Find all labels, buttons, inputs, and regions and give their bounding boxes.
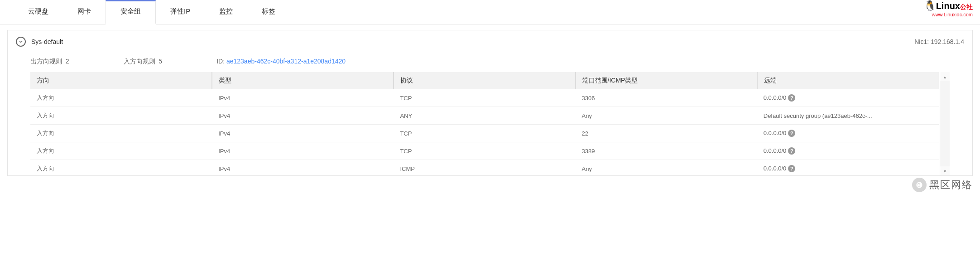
table-scrollbar[interactable]: ▴ ▾ [940, 72, 950, 175]
col-port-range: 端口范围/ICMP类型 [576, 72, 757, 89]
table-row: 入方向IPv4TCP33890.0.0.0/0? [30, 142, 939, 160]
panel-header: Sys-default Nic1: 192.168.1.4 [8, 30, 972, 53]
col-remote: 远端 [757, 72, 939, 89]
top-brand-logo: 🐧Linux公社 [924, 0, 973, 12]
panel-title: Sys-default [31, 38, 63, 45]
rules-table: 方向 类型 协议 端口范围/ICMP类型 远端 入方向IPv4TCP33060.… [30, 72, 939, 175]
top-brand-url: www.Linuxidc.com [932, 12, 973, 17]
tab-nic[interactable]: 网卡 [63, 0, 106, 24]
scroll-down-icon[interactable]: ▾ [940, 166, 950, 175]
group-id-link[interactable]: ae123aeb-462c-40bf-a312-a1e208ad1420 [226, 58, 346, 65]
col-type: 类型 [212, 72, 394, 89]
security-group-panel: Sys-default Nic1: 192.168.1.4 出方向规则 2 入方… [7, 30, 973, 176]
scroll-up-icon[interactable]: ▴ [940, 72, 950, 81]
table-row: 入方向IPv4ICMPAny0.0.0.0/0? [30, 160, 939, 176]
table-row: 入方向IPv4TCP33060.0.0.0/0? [30, 89, 939, 107]
globe-icon [912, 178, 927, 192]
table-row: 入方向IPv4TCP220.0.0.0/0? [30, 125, 939, 142]
nic-info: Nic1: 192.168.1.4 [914, 38, 964, 45]
tab-cloud-disk[interactable]: 云硬盘 [14, 0, 63, 24]
help-icon[interactable]: ? [788, 165, 795, 172]
main-tabs: 云硬盘 网卡 安全组 弹性IP 监控 标签 [0, 0, 980, 24]
table-row: 入方向IPv4ANYAnyDefault security group (ae1… [30, 107, 939, 125]
col-protocol: 协议 [394, 72, 575, 89]
tab-eip[interactable]: 弹性IP [156, 0, 205, 24]
help-icon[interactable]: ? [788, 147, 795, 155]
rules-summary: 出方向规则 2 入方向规则 5 ID: ae123aeb-462c-40bf-a… [8, 53, 972, 72]
tab-monitor[interactable]: 监控 [205, 0, 247, 24]
col-direction: 方向 [30, 72, 212, 89]
help-icon[interactable]: ? [788, 94, 795, 102]
tab-tags[interactable]: 标签 [247, 0, 290, 24]
help-icon[interactable]: ? [788, 130, 795, 137]
table-header-row: 方向 类型 协议 端口范围/ICMP类型 远端 [30, 72, 939, 89]
tab-security-group[interactable]: 安全组 [106, 0, 156, 24]
bottom-brand-logo: 黑区网络 www.heiqu.com [912, 178, 973, 192]
collapse-toggle-icon[interactable] [16, 37, 26, 47]
penguin-icon: 🐧 [924, 0, 936, 11]
group-id: ID: ae123aeb-462c-40bf-a312-a1e208ad1420 [216, 58, 346, 65]
inbound-count: 入方向规则 5 [124, 58, 163, 66]
outbound-count: 出方向规则 2 [30, 58, 69, 66]
